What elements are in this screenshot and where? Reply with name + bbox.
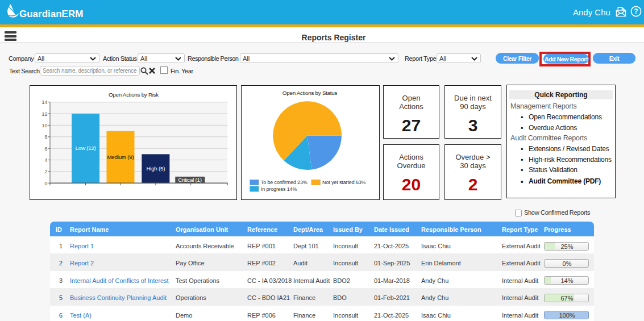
svg-text:10: 10 [42, 123, 48, 128]
svg-text:14: 14 [42, 99, 48, 105]
svg-text:Critical (1): Critical (1) [178, 177, 202, 183]
svg-text:4: 4 [45, 157, 48, 163]
svg-text:6: 6 [45, 146, 48, 152]
svg-text:Open Actions by Status: Open Actions by Status [282, 90, 338, 96]
svg-text:In progress 14%: In progress 14% [261, 186, 297, 192]
svg-text:?: ? [634, 7, 638, 15]
svg-text:0: 0 [45, 181, 48, 186]
svg-text:8: 8 [45, 134, 48, 140]
svg-text:To be confirmed 23%: To be confirmed 23% [261, 180, 308, 185]
svg-text:12: 12 [42, 111, 48, 117]
svg-text:Medium (9): Medium (9) [107, 154, 134, 160]
svg-text:Open Actions by Risk: Open Actions by Risk [109, 91, 159, 98]
svg-text:High (5): High (5) [146, 165, 165, 172]
svg-text:Low (12): Low (12) [75, 145, 95, 151]
svg-text:2: 2 [45, 169, 48, 174]
svg-text:Not yet started 63%: Not yet started 63% [322, 180, 366, 185]
